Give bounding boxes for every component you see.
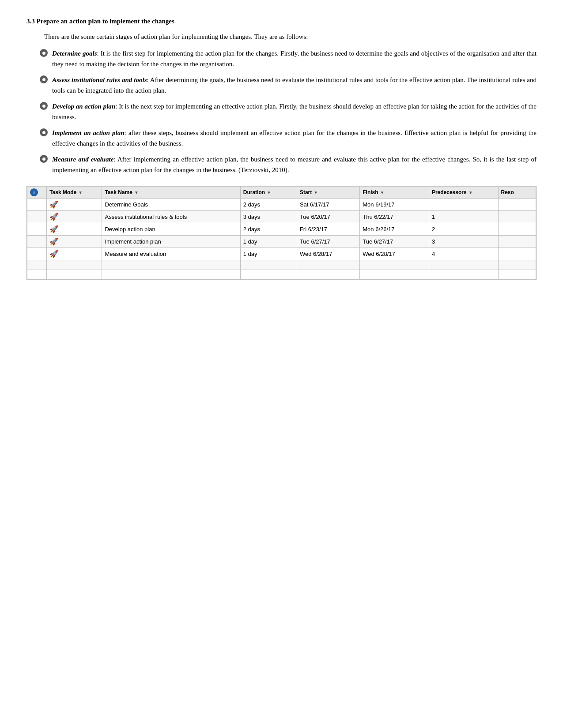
cell-start: Fri 6/23/17 — [297, 223, 359, 236]
bullet-text-4: Implement an action plan: after these st… — [52, 128, 537, 149]
cell-taskname: Measure and evaluation — [102, 248, 240, 260]
bullet-icon-3 — [40, 102, 48, 110]
sort-arrow-mode: ▼ — [78, 190, 83, 195]
cell-finish: Tue 6/27/17 — [360, 236, 429, 248]
gantt-table-wrapper: i Task Mode ▼ Task Name ▼ Durat — [26, 186, 537, 280]
bullet-term-3: Develop an action plan — [52, 103, 115, 110]
cell-info — [27, 223, 47, 236]
cell-empty — [47, 270, 102, 280]
table-row: 🚀Assess institutional rules & tools3 day… — [27, 211, 536, 223]
cell-duration: 2 days — [240, 223, 297, 236]
col-header-duration[interactable]: Duration ▼ — [240, 187, 297, 199]
col-header-taskname[interactable]: Task Name ▼ — [102, 187, 240, 199]
sort-arrow-finish: ▼ — [380, 190, 385, 195]
gantt-table: i Task Mode ▼ Task Name ▼ Durat — [27, 186, 536, 280]
cell-resources — [498, 223, 536, 236]
cell-finish: Thu 6/22/17 — [360, 211, 429, 223]
cell-duration: 3 days — [240, 211, 297, 223]
cell-info — [27, 248, 47, 260]
cell-predecessors — [429, 199, 498, 211]
col-header-mode[interactable]: Task Mode ▼ — [47, 187, 102, 199]
cell-taskname: Determine Goals — [102, 199, 240, 211]
bullet-text-2: Assess institutional rules and tools: Af… — [52, 75, 537, 96]
cell-mode: 🚀 — [47, 211, 102, 223]
cell-resources — [498, 248, 536, 260]
cell-empty — [240, 270, 297, 280]
cell-empty — [360, 270, 429, 280]
cell-empty — [102, 270, 240, 280]
cell-empty — [240, 260, 297, 270]
cell-finish: Mon 6/26/17 — [360, 223, 429, 236]
intro-paragraph: There are the some certain stages of act… — [26, 31, 537, 42]
cell-empty — [297, 270, 359, 280]
task-mode-icon: 🚀 — [49, 201, 58, 208]
task-mode-icon: 🚀 — [49, 250, 58, 258]
col-header-start[interactable]: Start ▼ — [297, 187, 359, 199]
list-item: Develop an action plan: It is the next s… — [40, 101, 537, 122]
cell-duration: 2 days — [240, 199, 297, 211]
cell-taskname: Assess institutional rules & tools — [102, 211, 240, 223]
sort-arrow-pred: ▼ — [469, 190, 473, 195]
cell-mode: 🚀 — [47, 223, 102, 236]
table-row: 🚀Determine Goals2 daysSat 6/17/17Mon 6/1… — [27, 199, 536, 211]
table-row: 🚀Measure and evaluation1 dayWed 6/28/17W… — [27, 248, 536, 260]
bullet-term-4: Implement an action plan — [52, 129, 124, 136]
table-empty-row — [27, 260, 536, 270]
cell-predecessors: 2 — [429, 223, 498, 236]
col-header-predecessors[interactable]: Predecessors ▼ — [429, 187, 498, 199]
list-item: Measure and evaluate: After implementing… — [40, 154, 537, 175]
cell-resources — [498, 236, 536, 248]
task-mode-icon: 🚀 — [49, 225, 58, 233]
bullet-list: Determine goals: It is the first step fo… — [26, 48, 537, 175]
cell-predecessors: 1 — [429, 211, 498, 223]
cell-mode: 🚀 — [47, 248, 102, 260]
sort-arrow-start: ▼ — [314, 190, 318, 195]
bullet-icon-4 — [40, 128, 48, 136]
bullet-icon-1 — [40, 49, 48, 57]
task-mode-icon: 🚀 — [49, 213, 58, 221]
cell-empty — [429, 260, 498, 270]
bullet-term-2: Assess institutional rules and tools — [52, 76, 147, 83]
cell-taskname: Implement action plan — [102, 236, 240, 248]
sort-arrow-duration: ▼ — [267, 190, 271, 195]
cell-empty — [27, 260, 47, 270]
bullet-text-5: Measure and evaluate: After implementing… — [52, 154, 537, 175]
task-mode-icon: 🚀 — [49, 238, 58, 245]
cell-finish: Mon 6/19/17 — [360, 199, 429, 211]
cell-start: Wed 6/28/17 — [297, 248, 359, 260]
cell-finish: Wed 6/28/17 — [360, 248, 429, 260]
list-item: Assess institutional rules and tools: Af… — [40, 75, 537, 96]
table-row: 🚀Implement action plan1 dayTue 6/27/17Tu… — [27, 236, 536, 248]
bullet-text-3: Develop an action plan: It is the next s… — [52, 101, 537, 122]
cell-info — [27, 199, 47, 211]
col-header-finish[interactable]: Finish ▼ — [360, 187, 429, 199]
cell-empty — [47, 260, 102, 270]
cell-empty — [429, 270, 498, 280]
table-row: 🚀Develop action plan2 daysFri 6/23/17Mon… — [27, 223, 536, 236]
list-item: Implement an action plan: after these st… — [40, 128, 537, 149]
cell-start: Tue 6/20/17 — [297, 211, 359, 223]
cell-start: Tue 6/27/17 — [297, 236, 359, 248]
cell-empty — [27, 270, 47, 280]
col-header-resources: Reso — [498, 187, 536, 199]
list-item: Determine goals: It is the first step fo… — [40, 48, 537, 69]
cell-empty — [360, 260, 429, 270]
cell-empty — [102, 260, 240, 270]
table-empty-row — [27, 270, 536, 280]
cell-predecessors: 3 — [429, 236, 498, 248]
cell-predecessors: 4 — [429, 248, 498, 260]
bullet-term-5: Measure and evaluate — [52, 156, 113, 163]
cell-mode: 🚀 — [47, 236, 102, 248]
bullet-text-1: Determine goals: It is the first step fo… — [52, 48, 537, 69]
cell-resources — [498, 211, 536, 223]
cell-mode: 🚀 — [47, 199, 102, 211]
bullet-icon-5 — [40, 155, 48, 163]
cell-empty — [498, 270, 536, 280]
cell-start: Sat 6/17/17 — [297, 199, 359, 211]
col-header-info: i — [27, 187, 47, 199]
cell-resources — [498, 199, 536, 211]
cell-empty — [297, 260, 359, 270]
bullet-term-1: Determine goals — [52, 50, 97, 57]
cell-info — [27, 211, 47, 223]
cell-duration: 1 day — [240, 248, 297, 260]
